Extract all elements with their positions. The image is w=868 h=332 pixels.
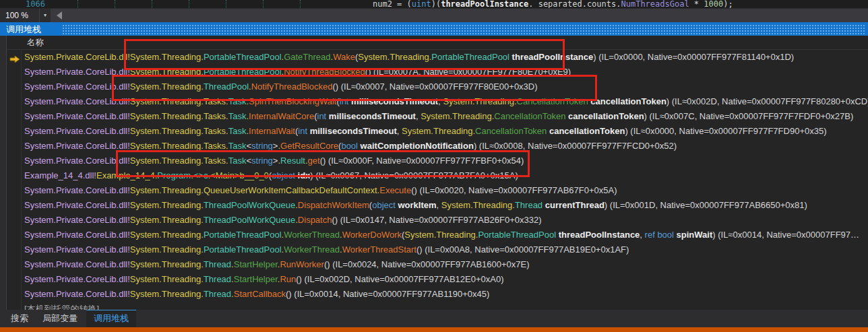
vs-debugger-screen: 1066 num2 = (uint)(threadPoolInstance._s… [0, 0, 868, 332]
annotation-box-2 [112, 75, 597, 101]
panel-title: 调用堆栈 [6, 24, 41, 36]
chevron-down-icon[interactable]: ▾ [39, 9, 51, 22]
indent-guide [78, 0, 79, 8]
stack-frame-row[interactable]: System.Private.CoreLib.dll!System.Thread… [0, 213, 868, 228]
stack-frame-text: System.Private.CoreLib.dll!System.Thread… [24, 109, 853, 124]
stack-frame-text: System.Private.CoreLib.dll!System.Thread… [24, 272, 503, 287]
indent-guide [300, 0, 301, 8]
indent-guide [189, 0, 190, 8]
transition-row[interactable]: [本机到托管的转换] [0, 302, 868, 310]
tab-search[interactable]: 搜索 [5, 310, 34, 327]
scroll-left-icon[interactable] [57, 11, 62, 20]
stack-frame-row[interactable]: System.Private.CoreLib.dll!System.Thread… [0, 287, 868, 302]
stack-frame-text: System.Private.CoreLib.dll!System.Thread… [24, 213, 542, 228]
stack-frame-text: System.Private.CoreLib.dll!System.Thread… [24, 124, 827, 139]
indent-guide [152, 0, 153, 8]
stack-frame-row[interactable]: System.Private.CoreLib.dll!System.Thread… [0, 124, 868, 139]
callstack-titlebar[interactable]: 调用堆栈 [0, 22, 868, 36]
stack-frame-text: System.Private.CoreLib.dll!System.Thread… [24, 257, 530, 272]
column-header-label: 名称 [27, 37, 44, 48]
stack-frame-text: System.Private.CoreLib.dll!System.Thread… [24, 183, 617, 198]
annotation-box-3 [116, 150, 530, 177]
tab-callstack[interactable]: 调用堆栈 [86, 310, 136, 328]
stack-frame-row[interactable]: System.Private.CoreLib.dll!System.Thread… [0, 242, 868, 257]
stack-frame-text: System.Private.CoreLib.dll!System.Thread… [24, 198, 807, 213]
indent-guide [263, 0, 264, 8]
stack-frame-row[interactable]: System.Private.CoreLib.dll!System.Thread… [0, 109, 868, 124]
debug-status-bar [0, 327, 868, 332]
current-frame-arrow-icon [9, 53, 20, 65]
zoom-level-control[interactable]: 100 % [0, 9, 39, 22]
code-editor-strip: 1066 num2 = (uint)(threadPoolInstance._s… [0, 0, 868, 8]
transition-row-text: [本机到托管的转换] [24, 302, 99, 310]
stack-frame-row[interactable]: System.Private.CoreLib.dll!System.Thread… [0, 272, 868, 287]
editor-bottom-toolbar: 100 % ▾ [0, 8, 868, 22]
stack-frame-text: System.Private.CoreLib.dll!System.Thread… [24, 287, 489, 302]
indent-guide [115, 0, 116, 8]
code-line: num2 = (uint)(threadPoolInstance._separa… [373, 0, 733, 8]
indent-guide [226, 0, 227, 8]
titlebar-drag-handle[interactable] [62, 24, 865, 34]
stack-frame-row[interactable]: System.Private.CoreLib.dll!System.Thread… [0, 198, 868, 213]
stack-frame-row[interactable]: System.Private.CoreLib.dll!System.Thread… [0, 183, 868, 198]
stack-frame-text: System.Private.CoreLib.dll!System.Thread… [24, 228, 859, 242]
stack-frame-row[interactable]: System.Private.CoreLib.dll!System.Thread… [0, 228, 868, 242]
line-number: 1066 [26, 0, 45, 8]
annotation-box-1 [124, 39, 565, 70]
tab-locals[interactable]: 局部变量 [36, 310, 84, 327]
bottom-tab-strip: 搜索 局部变量 调用堆栈 [0, 310, 868, 327]
stack-frame-text: System.Private.CoreLib.dll!System.Thread… [24, 242, 629, 257]
stack-frame-row[interactable]: System.Private.CoreLib.dll!System.Thread… [0, 257, 868, 272]
